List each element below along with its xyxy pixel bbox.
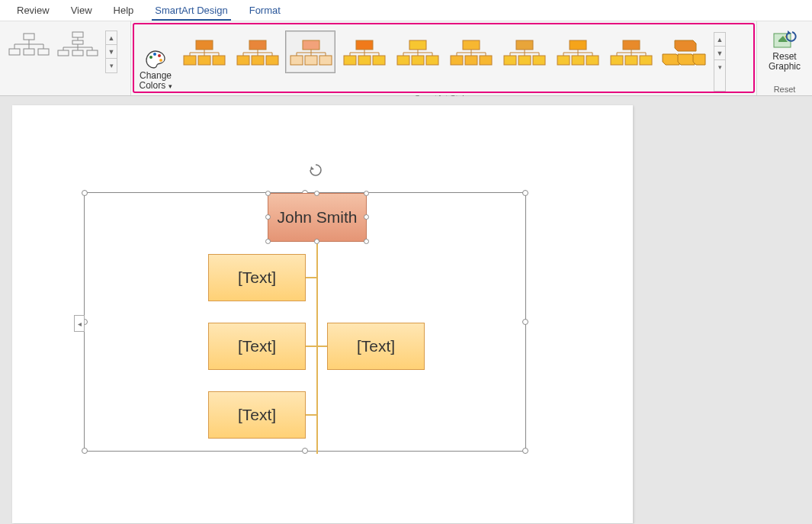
reset-graphic-label: Reset Graphic	[764, 52, 805, 72]
style-option-3[interactable]	[285, 31, 335, 73]
palette-icon	[145, 50, 166, 69]
reset-graphic-icon	[772, 29, 797, 50]
svg-rect-43	[290, 56, 303, 65]
svg-rect-80	[518, 56, 531, 65]
reset-graphic-button[interactable]: Reset Graphic	[764, 24, 805, 72]
rotate-handle[interactable]	[309, 163, 323, 177]
svg-rect-6	[24, 49, 34, 55]
text-pane-expand[interactable]: ◂	[74, 315, 85, 332]
svg-rect-70	[451, 56, 463, 65]
style-option-10[interactable]	[659, 31, 709, 73]
svg-rect-17	[72, 50, 83, 56]
styles-gallery	[177, 24, 711, 92]
reset-group-label: Reset	[757, 84, 812, 95]
svg-rect-54	[373, 56, 385, 65]
styles-scroll-down[interactable]: ▼	[714, 47, 725, 60]
change-colors-label: Change Colors ▾	[136, 71, 175, 92]
tab-smartart-design[interactable]: SmartArt Design	[152, 2, 230, 21]
svg-rect-4	[9, 49, 20, 55]
svg-rect-42	[303, 40, 319, 50]
style-option-7[interactable]	[499, 31, 549, 73]
svg-rect-98	[625, 56, 637, 65]
svg-rect-53	[358, 56, 371, 65]
svg-rect-69	[463, 40, 480, 50]
svg-rect-26	[198, 56, 210, 65]
node-child-4-text: [Text]	[238, 406, 276, 424]
node-child-3[interactable]: [Text]	[327, 323, 425, 370]
svg-point-20	[149, 56, 152, 59]
style-option-1[interactable]	[178, 31, 229, 73]
svg-rect-51	[356, 40, 373, 50]
svg-rect-99	[640, 56, 652, 65]
svg-rect-90	[586, 56, 599, 65]
style-option-6[interactable]	[445, 31, 496, 73]
change-colors-button[interactable]: Change Colors ▾	[134, 24, 177, 92]
layouts-scroll-down[interactable]: ▼	[106, 45, 117, 59]
styles-scroll-up[interactable]: ▲	[714, 33, 725, 47]
svg-rect-72	[480, 56, 492, 65]
layouts-gallery-spinner: ▲ ▼ ▾	[105, 31, 117, 73]
svg-rect-89	[572, 56, 584, 65]
svg-point-21	[153, 53, 156, 56]
layouts-more[interactable]: ▾	[106, 59, 117, 72]
svg-rect-62	[412, 56, 424, 65]
svg-rect-96	[623, 40, 640, 50]
layout-option-2[interactable]	[54, 26, 101, 66]
style-option-8[interactable]	[552, 31, 602, 73]
document-area: ◂ John Smith [Text] [Text] [Tex	[0, 96, 812, 524]
svg-rect-0	[24, 34, 34, 40]
svg-rect-81	[533, 56, 545, 65]
svg-rect-97	[611, 56, 623, 65]
ribbon: ▲ ▼ ▾ Change Colors ▾	[0, 21, 812, 96]
smartart-frame[interactable]: ◂ John Smith [Text] [Text] [Tex	[84, 192, 526, 452]
style-option-4[interactable]	[339, 31, 389, 73]
svg-rect-44	[305, 56, 317, 65]
svg-rect-34	[237, 56, 249, 65]
svg-rect-36	[266, 56, 278, 65]
svg-rect-88	[557, 56, 570, 65]
style-option-5[interactable]	[392, 31, 442, 73]
page[interactable]: ◂ John Smith [Text] [Text] [Tex	[12, 105, 633, 523]
node-child-4[interactable]: [Text]	[208, 391, 306, 439]
chevron-down-icon: ▾	[168, 82, 172, 90]
node-child-1[interactable]: [Text]	[208, 254, 306, 301]
svg-rect-8	[38, 49, 49, 55]
node-child-2-text: [Text]	[238, 337, 276, 355]
highlighted-region: Change Colors ▾ ▲ ▼ ▾	[133, 23, 755, 93]
layouts-gallery	[5, 24, 102, 67]
styles-gallery-spinner: ▲ ▼ ▾	[714, 32, 726, 92]
node-root[interactable]: John Smith	[268, 193, 367, 242]
svg-rect-35	[252, 56, 264, 65]
svg-rect-61	[397, 56, 409, 65]
svg-rect-45	[319, 56, 332, 65]
svg-rect-24	[196, 40, 213, 50]
style-option-9[interactable]	[605, 31, 656, 73]
tab-view[interactable]: View	[68, 2, 95, 21]
tab-format[interactable]: Format	[246, 2, 284, 21]
ribbon-tabs: Review View Help SmartArt Design Format	[0, 0, 812, 21]
svg-point-22	[158, 54, 161, 57]
svg-rect-11	[72, 40, 83, 44]
layout-option-1[interactable]	[5, 26, 53, 66]
svg-rect-19	[87, 50, 98, 56]
svg-rect-87	[570, 40, 586, 50]
svg-point-23	[159, 59, 162, 62]
node-child-2[interactable]: [Text]	[208, 323, 306, 370]
svg-rect-60	[409, 40, 426, 50]
layouts-scroll-up[interactable]: ▲	[106, 31, 117, 45]
node-child-3-text: [Text]	[357, 337, 395, 355]
svg-rect-52	[344, 56, 356, 65]
tab-review[interactable]: Review	[14, 2, 53, 21]
style-option-2[interactable]	[232, 31, 282, 73]
svg-rect-33	[249, 40, 266, 50]
svg-rect-78	[516, 40, 533, 50]
tab-help[interactable]: Help	[111, 2, 137, 21]
svg-rect-71	[465, 56, 477, 65]
node-child-1-text: [Text]	[238, 268, 276, 287]
svg-rect-79	[504, 56, 516, 65]
svg-rect-25	[184, 56, 196, 65]
node-root-text: John Smith	[277, 208, 357, 227]
styles-more[interactable]: ▾	[714, 60, 725, 74]
svg-rect-15	[58, 50, 69, 56]
svg-rect-9	[72, 32, 83, 37]
